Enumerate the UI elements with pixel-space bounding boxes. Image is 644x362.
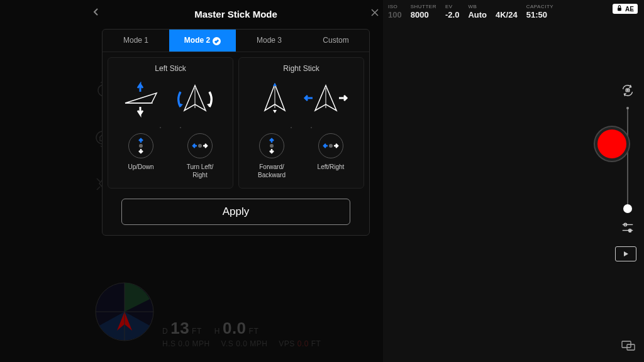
telemetry-footer: D13FT H0.0FT H.S 0.0 MPH V.S 0.0 MPH VPS… xyxy=(162,319,321,348)
svg-point-20 xyxy=(139,144,143,148)
cam-shutter[interactable]: SHUTTER8000 xyxy=(411,4,436,19)
left-ctrl-updown: Up/Down xyxy=(118,133,164,179)
camera-switch-icon[interactable] xyxy=(619,82,636,99)
modal-title: Master Stick Mode xyxy=(194,9,277,19)
right-stick-panel: Right Stick xyxy=(238,57,364,189)
ae-lock-toggle[interactable]: AE xyxy=(613,4,638,14)
right-ctrl-forward: Forward/ Backward xyxy=(249,133,294,179)
stick-mode-modal: Master Stick Mode Mode 1 Mode 2 Mode 3 C… xyxy=(88,4,384,236)
check-icon xyxy=(213,37,221,45)
svg-point-25 xyxy=(329,144,333,148)
cam-iso[interactable]: ISO100 xyxy=(388,4,402,19)
close-button[interactable] xyxy=(370,8,380,20)
svg-text:M: M xyxy=(629,230,631,233)
window-swap-icon[interactable] xyxy=(621,339,635,351)
cam-format[interactable]: 4K/24 xyxy=(496,4,518,19)
cam-wb[interactable]: WBAuto xyxy=(468,4,487,19)
svg-rect-0 xyxy=(618,8,621,11)
back-button[interactable] xyxy=(92,8,101,19)
playback-button[interactable] xyxy=(615,246,636,261)
svg-point-21 xyxy=(198,144,202,148)
lock-icon xyxy=(616,5,623,13)
record-button[interactable] xyxy=(595,127,629,161)
left-stick-title: Left Stick xyxy=(155,64,186,73)
tab-mode2[interactable]: Mode 2 xyxy=(169,30,236,52)
slider-knob[interactable] xyxy=(623,204,632,213)
mode-tabs: Mode 1 Mode 2 Mode 3 Custom xyxy=(103,30,369,52)
tab-mode3[interactable]: Mode 3 xyxy=(236,30,303,52)
settings-sliders-icon[interactable]: M xyxy=(619,219,636,236)
camera-tools: M xyxy=(619,82,636,236)
tab-mode1[interactable]: Mode 1 xyxy=(103,30,169,52)
left-stick-panel: Left Stick xyxy=(108,57,233,189)
left-stick-diagram xyxy=(120,82,221,118)
tab-custom[interactable]: Custom xyxy=(303,30,369,52)
right-ctrl-leftright: Left/Right xyxy=(308,133,353,179)
left-ctrl-turn: Turn Left/ Right xyxy=(177,133,223,179)
apply-button[interactable]: Apply xyxy=(121,199,350,225)
cam-capacity[interactable]: CAPACITY51:50 xyxy=(526,4,553,19)
right-stick-title: Right Stick xyxy=(283,64,319,73)
radar-compass[interactable] xyxy=(93,280,156,343)
camera-viewport: ISO100 SHUTTER8000 EV-2.0 WBAuto 4K/24 C… xyxy=(383,0,644,362)
svg-point-2 xyxy=(627,89,628,90)
camera-topbar: ISO100 SHUTTER8000 EV-2.0 WBAuto 4K/24 C… xyxy=(383,0,644,19)
svg-point-24 xyxy=(270,144,274,148)
right-stick-diagram xyxy=(251,82,352,118)
cam-ev[interactable]: EV-2.0 xyxy=(445,4,459,19)
